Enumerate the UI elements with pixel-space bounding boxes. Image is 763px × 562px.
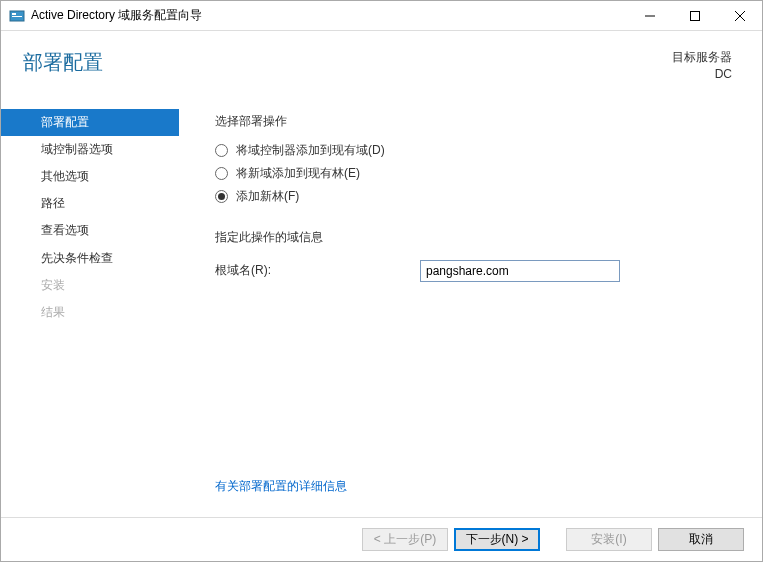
maximize-button[interactable] <box>672 1 717 30</box>
radio-label: 将新域添加到现有林(E) <box>236 165 360 182</box>
app-icon <box>9 8 25 24</box>
button-gap <box>546 528 560 551</box>
radio-add-dc-existing-domain[interactable]: 将域控制器添加到现有域(D) <box>215 142 732 159</box>
radio-icon <box>215 190 228 203</box>
button-label: < 上一步(P) <box>374 531 436 548</box>
sidebar-item-label: 其他选项 <box>41 169 89 183</box>
domain-info-label: 指定此操作的域信息 <box>215 229 732 246</box>
minimize-button[interactable] <box>627 1 672 30</box>
cancel-button[interactable]: 取消 <box>658 528 744 551</box>
sidebar-item-review-options[interactable]: 查看选项 <box>1 217 179 244</box>
operation-section-label: 选择部署操作 <box>215 113 732 130</box>
main-area: 部署配置 域控制器选项 其他选项 路径 查看选项 先决条件检查 安装 结果 选择… <box>1 95 762 517</box>
root-domain-field-row: 根域名(R): <box>215 260 732 282</box>
close-button[interactable] <box>717 1 762 30</box>
radio-add-new-forest[interactable]: 添加新林(F) <box>215 188 732 205</box>
sidebar-item-label: 先决条件检查 <box>41 251 113 265</box>
content: 选择部署操作 将域控制器添加到现有域(D) 将新域添加到现有林(E) 添加新林(… <box>179 95 762 517</box>
target-server-info: 目标服务器 DC <box>672 49 732 83</box>
sidebar-item-label: 路径 <box>41 196 65 210</box>
more-info-link[interactable]: 有关部署配置的详细信息 <box>215 478 732 507</box>
radio-label: 添加新林(F) <box>236 188 299 205</box>
radio-icon <box>215 144 228 157</box>
header: 部署配置 目标服务器 DC <box>1 31 762 95</box>
sidebar-item-label: 域控制器选项 <box>41 142 113 156</box>
install-button: 安装(I) <box>566 528 652 551</box>
prev-button: < 上一步(P) <box>362 528 448 551</box>
target-server-label: 目标服务器 <box>672 49 732 66</box>
root-domain-input[interactable] <box>420 260 620 282</box>
svg-rect-2 <box>12 16 22 17</box>
sidebar-item-prereq-check[interactable]: 先决条件检查 <box>1 245 179 272</box>
sidebar-item-label: 安装 <box>41 278 65 292</box>
radio-label: 将域控制器添加到现有域(D) <box>236 142 385 159</box>
svg-rect-4 <box>690 11 699 20</box>
titlebar: Active Directory 域服务配置向导 <box>1 1 762 31</box>
target-server-value: DC <box>672 66 732 83</box>
sidebar-item-dc-options[interactable]: 域控制器选项 <box>1 136 179 163</box>
sidebar-item-install: 安装 <box>1 272 179 299</box>
button-label: 下一步(N) > <box>466 531 529 548</box>
window-title: Active Directory 域服务配置向导 <box>31 7 627 24</box>
sidebar-item-deploy-config[interactable]: 部署配置 <box>1 109 179 136</box>
button-label: 取消 <box>689 531 713 548</box>
radio-icon <box>215 167 228 180</box>
page-title: 部署配置 <box>23 49 103 76</box>
spacer <box>215 282 732 478</box>
window-controls <box>627 1 762 30</box>
sidebar-item-results: 结果 <box>1 299 179 326</box>
next-button[interactable]: 下一步(N) > <box>454 528 540 551</box>
sidebar-item-label: 结果 <box>41 305 65 319</box>
sidebar-item-label: 查看选项 <box>41 223 89 237</box>
radio-add-domain-existing-forest[interactable]: 将新域添加到现有林(E) <box>215 165 732 182</box>
sidebar-item-other-options[interactable]: 其他选项 <box>1 163 179 190</box>
root-domain-label: 根域名(R): <box>215 262 420 279</box>
sidebar: 部署配置 域控制器选项 其他选项 路径 查看选项 先决条件检查 安装 结果 <box>1 95 179 517</box>
button-label: 安装(I) <box>591 531 626 548</box>
footer: < 上一步(P) 下一步(N) > 安装(I) 取消 <box>1 517 762 561</box>
sidebar-item-paths[interactable]: 路径 <box>1 190 179 217</box>
sidebar-item-label: 部署配置 <box>41 115 89 129</box>
svg-rect-1 <box>12 13 16 15</box>
